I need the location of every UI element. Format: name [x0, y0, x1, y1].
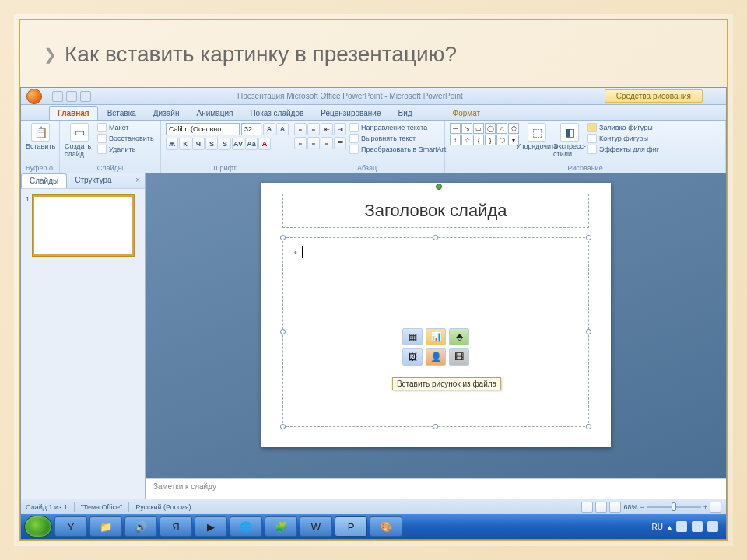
group-slides: ▭Создать слайд Макет Восстановить Удалит…	[60, 121, 161, 173]
align-center-icon[interactable]: ≡	[307, 137, 320, 149]
zoom-slider[interactable]	[647, 506, 701, 508]
indent-dec-icon[interactable]: ⇤	[321, 123, 333, 135]
resize-handle[interactable]	[586, 235, 591, 240]
tab-home[interactable]: Главная	[49, 106, 98, 120]
italic-button[interactable]: К	[179, 138, 191, 150]
qat-undo-icon[interactable]	[66, 91, 77, 102]
qat-save-icon[interactable]	[52, 91, 63, 102]
case-button[interactable]: Aa	[245, 138, 258, 150]
font-name-select[interactable]: Calibri (Основно	[166, 123, 240, 135]
tray-icon-2[interactable]	[692, 521, 703, 532]
taskbar-sound[interactable]: 🔊	[124, 516, 157, 537]
taskbar-word[interactable]: W	[300, 516, 332, 537]
start-button[interactable]	[24, 516, 52, 537]
text-direction-button[interactable]: Направление текста	[349, 123, 446, 132]
panel-tab-outline[interactable]: Структура	[67, 173, 119, 188]
quick-styles-button[interactable]: ◧Экспресс-стили	[555, 123, 584, 158]
zoom-out-icon[interactable]: −	[640, 503, 644, 511]
qat-redo-icon[interactable]	[80, 91, 91, 102]
resize-handle[interactable]	[280, 424, 286, 429]
sorter-view-icon[interactable]	[595, 502, 607, 513]
taskbar-app[interactable]: 🧩	[265, 516, 297, 537]
grow-font-icon[interactable]: A	[263, 123, 275, 135]
slide[interactable]: Заголовок слайда	[261, 183, 611, 447]
smartart-button[interactable]: Преобразовать в SmartArt	[349, 145, 446, 154]
text-cursor[interactable]	[294, 246, 303, 258]
tray-icon-1[interactable]	[676, 521, 687, 532]
resize-handle[interactable]	[586, 424, 591, 429]
resize-handle[interactable]	[433, 424, 438, 429]
insert-picture-icon[interactable]: 🖼	[402, 348, 423, 366]
columns-icon[interactable]: ☰	[334, 137, 346, 149]
slideshow-view-icon[interactable]	[609, 502, 621, 513]
shadow-button[interactable]: S	[219, 138, 231, 150]
shapes-gallery[interactable]: ─↘▭◯△⬠ ↕☆{}⬡▾	[450, 123, 519, 145]
layout-button[interactable]: Макет	[97, 123, 154, 132]
slide-thumbnail[interactable]: 1	[26, 195, 140, 256]
insert-chart-icon[interactable]: 📊	[426, 328, 446, 345]
insert-smartart-icon[interactable]: ⬘	[449, 328, 469, 345]
zoom-in-icon[interactable]: +	[703, 503, 707, 511]
new-slide-button[interactable]: ▭Создать слайд	[65, 123, 94, 158]
bold-button[interactable]: Ж	[166, 138, 178, 150]
taskbar-powerpoint[interactable]: P	[335, 516, 367, 537]
taskbar-media[interactable]: ▶	[195, 516, 227, 537]
shape-outline-button[interactable]: Контур фигуры	[587, 134, 659, 143]
taskbar-paint[interactable]: 🎨	[370, 516, 402, 537]
indent-inc-icon[interactable]: ⇥	[334, 123, 346, 135]
resize-handle[interactable]	[586, 329, 591, 334]
slides-panel: Слайды Структура × 1	[21, 173, 146, 499]
resize-handle[interactable]	[280, 329, 286, 334]
taskbar-ya2[interactable]: Я	[160, 516, 192, 537]
insert-table-icon[interactable]: ▦	[402, 328, 423, 345]
delete-button[interactable]: Удалить	[97, 145, 154, 154]
normal-view-icon[interactable]	[581, 502, 593, 513]
reset-button[interactable]: Восстановить	[97, 134, 154, 143]
insert-clipart-icon[interactable]: 👤	[426, 348, 446, 366]
align-left-icon[interactable]: ≡	[294, 137, 307, 149]
strike-button[interactable]: S	[205, 138, 218, 150]
underline-button[interactable]: Ч	[192, 138, 205, 150]
status-language[interactable]: Русский (Россия)	[135, 503, 191, 511]
taskbar-browser[interactable]: 🌐	[230, 516, 262, 537]
office-button[interactable]	[21, 88, 47, 105]
fit-view-icon[interactable]	[710, 502, 721, 513]
status-theme: "Тема Office"	[81, 503, 122, 511]
bullets-icon[interactable]: ≡	[294, 123, 307, 135]
align-text-button[interactable]: Выровнять текст	[349, 134, 446, 143]
tray-icon-3[interactable]	[707, 521, 718, 532]
tab-format[interactable]: Формат	[445, 107, 489, 120]
shape-effects-button[interactable]: Эффекты для фиг	[587, 145, 659, 154]
tab-animation[interactable]: Анимация	[188, 107, 240, 120]
tab-insert[interactable]: Вставка	[100, 107, 144, 120]
taskbar: Y 📁 🔊 Я ▶ 🌐 🧩 W P 🎨 RU ▴	[21, 514, 726, 539]
spacing-button[interactable]: AV	[232, 138, 244, 150]
font-size-select[interactable]: 32	[241, 123, 261, 135]
resize-handle[interactable]	[280, 235, 286, 240]
tab-review[interactable]: Рецензирование	[313, 107, 388, 120]
arrange-button[interactable]: ⬚Упорядочить	[522, 123, 552, 150]
notes-pane[interactable]: Заметки к слайду	[146, 478, 726, 499]
font-color-button[interactable]: A	[258, 138, 271, 150]
tab-design[interactable]: Дизайн	[146, 107, 188, 120]
insert-media-icon[interactable]: 🎞	[449, 348, 469, 366]
paste-icon: 📋	[31, 123, 50, 142]
paste-button[interactable]: 📋Вставить	[26, 123, 55, 150]
taskbar-explorer[interactable]: 📁	[89, 516, 122, 537]
tray-lang[interactable]: RU	[652, 523, 663, 531]
taskbar-yandex[interactable]: Y	[54, 516, 87, 537]
shape-fill-button[interactable]: Заливка фигуры	[587, 123, 659, 132]
tray-up-icon[interactable]: ▴	[668, 523, 672, 531]
tab-view[interactable]: Вид	[391, 107, 420, 120]
rotate-handle-icon[interactable]	[436, 184, 442, 190]
shrink-font-icon[interactable]: A	[276, 123, 289, 135]
tab-slideshow[interactable]: Показ слайдов	[242, 107, 311, 120]
content-placeholder[interactable]: ▦ 📊 ⬘ 🖼 👤 🎞 Вставить рисунок из файла	[282, 237, 589, 427]
canvas-area: Заголовок слайда	[146, 173, 726, 499]
title-placeholder[interactable]: Заголовок слайда	[282, 194, 589, 228]
panel-tab-slides[interactable]: Слайды	[21, 173, 67, 188]
resize-handle[interactable]	[433, 235, 438, 240]
panel-close-icon[interactable]: ×	[131, 173, 145, 188]
align-right-icon[interactable]: ≡	[321, 137, 333, 149]
numbering-icon[interactable]: ≡	[307, 123, 320, 135]
